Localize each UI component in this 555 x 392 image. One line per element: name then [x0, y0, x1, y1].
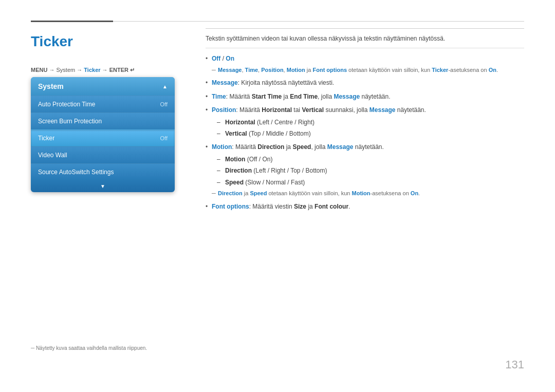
time-fin: näytetään. [360, 93, 390, 100]
vertical-sub: Vertical [225, 130, 247, 137]
menu-item-label: Auto Protection Time [38, 101, 95, 108]
sub-speed: Speed (Slow / Normal / Fast) [217, 177, 524, 188]
motion-label: Motion [212, 143, 232, 151]
time-message: Message [334, 93, 360, 100]
motion-values: (Off / On) [245, 156, 272, 163]
note-direction: Direction [218, 190, 243, 196]
time-colon: : Määritä [226, 93, 252, 100]
end-time: End Time [290, 93, 318, 100]
enter-label: ENTER ↵ [109, 67, 135, 73]
vertical-values: (Top / Middle / Bottom) [247, 130, 311, 137]
message-label: Message [212, 79, 238, 86]
font-ja: ja [306, 203, 314, 210]
note-text3: otetaan käyttöön vain silloin, kun [267, 190, 351, 196]
note-period2: . [418, 190, 420, 196]
position-label: Position [212, 106, 236, 114]
note-message: Message [218, 67, 242, 73]
horizontal-sub: Horizontal [225, 119, 255, 126]
speed-sub-label: Speed [225, 179, 244, 186]
intro-text: Tekstin syöttäminen videon tai kuvan oll… [206, 33, 524, 48]
system-menu-title: System [38, 82, 64, 90]
start-time: Start Time [252, 93, 282, 100]
time-text: , jolla [318, 93, 334, 100]
bullet-motion: Motion: Määritä Direction ja Speed, joll… [206, 142, 524, 198]
motion-ja: ja [284, 143, 292, 151]
font-options-label: Font options [212, 203, 249, 210]
direction-label: Direction [257, 143, 284, 151]
note-ja1: ja [305, 67, 313, 73]
sub-horizontal: Horizontal (Left / Centre / Right) [217, 117, 524, 127]
motion-sub-label: Motion [225, 156, 245, 163]
direction-values: (Left / Right / Top / Bottom) [252, 167, 327, 174]
system-label: System [57, 67, 76, 73]
chevron-down-icon: ▼ [100, 183, 105, 189]
position-colon: : Määritä [236, 106, 262, 114]
motion-sub-list: Motion (Off / On) Direction (Left / Righ… [217, 154, 524, 188]
top-decoration [31, 21, 524, 22]
position-text: suunnaksi, jolla [324, 106, 369, 114]
bullet-list: Off / On Message, Time, Position, Motion… [206, 53, 524, 212]
note-motion2: Motion [352, 190, 371, 196]
menu-item-value: Off [160, 101, 168, 107]
page-number: 131 [505, 358, 524, 371]
right-content: Tekstin syöttäminen videon tai kuvan oll… [206, 33, 524, 215]
note-period: . [496, 67, 498, 73]
note-position: Position [261, 67, 283, 73]
note-speed2: Speed [250, 190, 267, 196]
font-colour-label: Font colour [314, 203, 348, 210]
note-on3: On [411, 190, 418, 196]
system-menu: System ▲ Auto Protection Time Off Screen… [31, 77, 175, 192]
menu-item-video-wall[interactable]: Video Wall [31, 146, 175, 163]
menu-item-screen-burn[interactable]: Screen Burn Protection [31, 113, 175, 129]
sub-motion-off-on: Motion (Off / On) [217, 154, 524, 164]
time-label: Time [212, 93, 226, 100]
position-sub-list: Horizontal (Left / Centre / Right) Verti… [217, 117, 524, 139]
note-time: Time [245, 67, 258, 73]
page-container: Ticker MENU → System → Ticker → ENTER ↵ … [0, 0, 555, 392]
menu-item-label: Source AutoSwitch Settings [38, 169, 114, 176]
menu-item-value: Off [160, 135, 168, 141]
direction-sub-label: Direction [225, 167, 252, 174]
horizontal-label: Horizontal [262, 106, 292, 114]
speed-label: Speed [292, 143, 311, 151]
menu-item-auto-protection[interactable]: Auto Protection Time Off [31, 96, 175, 113]
position-fin: näytetään. [396, 106, 426, 114]
sub-vertical: Vertical (Top / Middle / Bottom) [217, 128, 524, 139]
bullet-font-options: Font options: Määritä viestin Size ja Fo… [206, 201, 524, 212]
menu-sep3: → [102, 67, 109, 73]
menu-item-ticker[interactable]: Ticker Off [31, 129, 175, 146]
menu-item-label: Screen Burn Protection [38, 118, 102, 125]
motion-note: Direction ja Speed otetaan käyttöön vain… [212, 189, 524, 198]
chevron-up-icon: ▲ [162, 84, 168, 89]
note-text2: -asetuksena on [448, 67, 488, 73]
top-line-dark [31, 21, 113, 22]
menu-label: MENU [31, 67, 47, 73]
note-text4: -asetuksena on [371, 190, 411, 196]
motion-message: Message [327, 143, 354, 151]
bottom-note-text: Näytetty kuva saattaa vaihdella mallista… [36, 345, 147, 351]
note-ticker: Ticker [432, 67, 448, 73]
note-font-options: Font options [312, 67, 347, 73]
on-label: On [226, 55, 234, 62]
menu-footer: ▼ [31, 180, 175, 192]
vertical-label: Vertical [302, 106, 324, 114]
position-tai: tai [292, 106, 302, 114]
size-label: Size [294, 203, 306, 210]
system-menu-header: System ▲ [31, 77, 175, 96]
menu-item-label: Ticker [38, 135, 54, 142]
motion-text: , jolla [311, 143, 327, 151]
position-message: Message [369, 106, 396, 114]
font-period: . [348, 203, 350, 210]
menu-sep1: → [49, 67, 56, 73]
horizontal-values: (Left / Centre / Right) [255, 119, 314, 126]
menu-sep2: → [77, 67, 84, 73]
note-ja2: ja [243, 190, 250, 196]
bottom-note: Näytetty kuva saattaa vaihdella mallista… [31, 345, 147, 351]
bullet-time: Time: Määritä Start Time ja End Time, jo… [206, 91, 524, 102]
font-options-colon: : Määritä viestin [249, 203, 294, 210]
left-panel: System ▲ Auto Protection Time Off Screen… [31, 77, 175, 192]
note-text1: otetaan käyttöön vain silloin, kun [347, 67, 432, 73]
menu-path: MENU → System → Ticker → ENTER ↵ [31, 67, 135, 73]
message-text: : Kirjoita näytössä näytettävä viesti. [238, 79, 334, 86]
menu-item-source-autoswitch[interactable]: Source AutoSwitch Settings [31, 163, 175, 180]
